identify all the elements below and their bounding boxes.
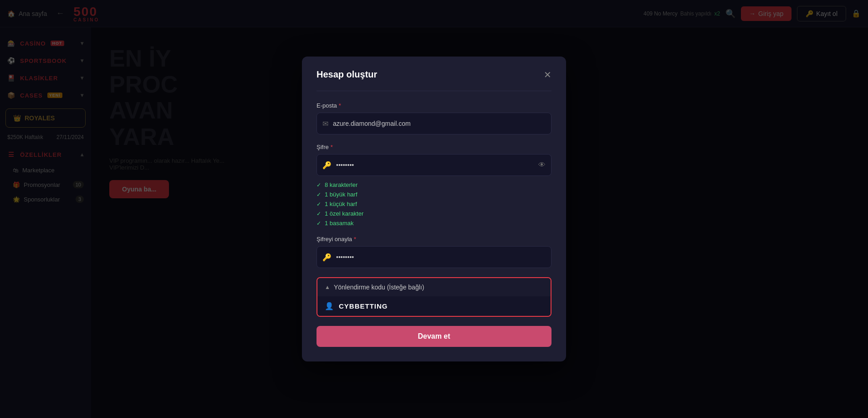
req-check-4: ✓ (317, 220, 321, 227)
password-requirements: ✓ 8 karakterler ✓ 1 büyük harf ✓ 1 küçük… (317, 181, 551, 227)
modal-backdrop: Hesap oluştur ✕ E-posta * ✉ Şifre * (0, 0, 868, 418)
req-item-4: ✓ 1 basamak (317, 220, 551, 227)
confirm-password-form-group: Şifreyi onayla * 🔑 (317, 236, 551, 268)
referral-code-field[interactable] (339, 302, 543, 310)
email-input-wrapper[interactable]: ✉ (317, 113, 551, 134)
password-field[interactable] (336, 161, 538, 169)
confirm-password-wrapper[interactable]: 🔑 (317, 246, 551, 268)
req-item-1: ✓ 1 büyük harf (317, 191, 551, 198)
password-label: Şifre * (317, 144, 551, 150)
modal-close-button[interactable]: ✕ (544, 70, 551, 79)
close-icon: ✕ (544, 70, 551, 80)
referral-section: ▲ Yönlendirme kodu (İsteğe bağlı) 👤 (317, 277, 551, 317)
email-form-group: E-posta * ✉ (317, 102, 551, 134)
modal-title: Hesap oluştur (317, 69, 377, 80)
req-item-2: ✓ 1 küçük harf (317, 201, 551, 207)
continue-label: Devam et (418, 332, 450, 340)
email-field[interactable] (333, 120, 546, 127)
req-text-4: 1 basamak (325, 220, 354, 227)
req-check-2: ✓ (317, 201, 321, 207)
confirm-required-mark: * (354, 236, 356, 243)
email-icon: ✉ (322, 119, 328, 128)
req-item-3: ✓ 1 özel karakter (317, 210, 551, 217)
password-key-icon: 🔑 (322, 161, 332, 170)
req-text-3: 1 özel karakter (325, 210, 363, 217)
confirm-password-label: Şifreyi onayla * (317, 236, 551, 243)
confirm-password-field[interactable] (336, 253, 546, 261)
req-item-0: ✓ 8 karakterler (317, 181, 551, 188)
registration-modal: Hesap oluştur ✕ E-posta * ✉ Şifre * (302, 57, 566, 361)
req-check-1: ✓ (317, 191, 321, 198)
referral-input-wrapper[interactable]: 👤 (325, 302, 543, 310)
email-label: E-posta * (317, 102, 551, 109)
email-required-mark: * (339, 102, 341, 109)
req-text-1: 1 büyük harf (325, 191, 357, 198)
req-check-3: ✓ (317, 211, 321, 217)
confirm-key-icon: 🔑 (322, 253, 332, 262)
password-input-wrapper[interactable]: 🔑 👁 (317, 154, 551, 176)
modal-header: Hesap oluştur ✕ (317, 69, 551, 80)
req-text-0: 8 karakterler (325, 181, 357, 188)
password-toggle-icon[interactable]: 👁 (538, 161, 546, 169)
referral-header[interactable]: ▲ Yönlendirme kodu (İsteğe bağlı) (317, 278, 551, 296)
referral-label: Yönlendirme kodu (İsteğe bağlı) (334, 284, 424, 291)
referral-chevron-icon: ▲ (325, 284, 330, 290)
referral-user-icon: 👤 (325, 302, 334, 310)
req-text-2: 1 küçük harf (325, 201, 357, 207)
referral-body: 👤 (317, 296, 551, 316)
password-required-mark: * (331, 144, 333, 150)
req-check-0: ✓ (317, 182, 321, 188)
continue-button[interactable]: Devam et (317, 326, 551, 347)
password-form-group: Şifre * 🔑 👁 ✓ 8 karakterler ✓ 1 büyük ha… (317, 144, 551, 227)
modal-divider (317, 91, 551, 91)
